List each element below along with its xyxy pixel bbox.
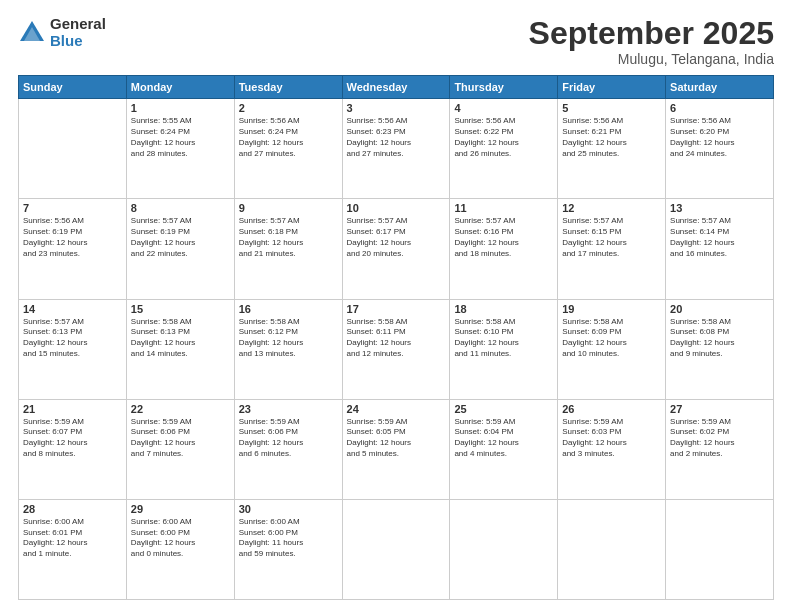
logo-text: General Blue: [50, 16, 106, 49]
day-info: Sunrise: 5:56 AM Sunset: 6:22 PM Dayligh…: [454, 116, 553, 159]
calendar-cell: 3Sunrise: 5:56 AM Sunset: 6:23 PM Daylig…: [342, 99, 450, 199]
calendar-cell: [558, 499, 666, 599]
calendar-cell: 23Sunrise: 5:59 AM Sunset: 6:06 PM Dayli…: [234, 399, 342, 499]
day-number: 14: [23, 303, 122, 315]
col-thursday: Thursday: [450, 76, 558, 99]
calendar-week-1: 7Sunrise: 5:56 AM Sunset: 6:19 PM Daylig…: [19, 199, 774, 299]
calendar-cell: 13Sunrise: 5:57 AM Sunset: 6:14 PM Dayli…: [666, 199, 774, 299]
col-sunday: Sunday: [19, 76, 127, 99]
col-friday: Friday: [558, 76, 666, 99]
header: General Blue September 2025 Mulugu, Tela…: [18, 16, 774, 67]
day-info: Sunrise: 5:56 AM Sunset: 6:24 PM Dayligh…: [239, 116, 338, 159]
calendar-cell: 28Sunrise: 6:00 AM Sunset: 6:01 PM Dayli…: [19, 499, 127, 599]
title-month: September 2025: [529, 16, 774, 51]
logo: General Blue: [18, 16, 106, 49]
calendar-cell: 27Sunrise: 5:59 AM Sunset: 6:02 PM Dayli…: [666, 399, 774, 499]
day-number: 22: [131, 403, 230, 415]
day-number: 15: [131, 303, 230, 315]
day-info: Sunrise: 5:55 AM Sunset: 6:24 PM Dayligh…: [131, 116, 230, 159]
day-number: 24: [347, 403, 446, 415]
calendar-week-0: 1Sunrise: 5:55 AM Sunset: 6:24 PM Daylig…: [19, 99, 774, 199]
day-info: Sunrise: 5:57 AM Sunset: 6:13 PM Dayligh…: [23, 317, 122, 360]
day-info: Sunrise: 5:59 AM Sunset: 6:04 PM Dayligh…: [454, 417, 553, 460]
day-info: Sunrise: 5:59 AM Sunset: 6:05 PM Dayligh…: [347, 417, 446, 460]
calendar-table: Sunday Monday Tuesday Wednesday Thursday…: [18, 75, 774, 600]
day-number: 23: [239, 403, 338, 415]
day-number: 3: [347, 102, 446, 114]
col-saturday: Saturday: [666, 76, 774, 99]
day-number: 6: [670, 102, 769, 114]
calendar-cell: 6Sunrise: 5:56 AM Sunset: 6:20 PM Daylig…: [666, 99, 774, 199]
header-row: Sunday Monday Tuesday Wednesday Thursday…: [19, 76, 774, 99]
calendar-cell: 17Sunrise: 5:58 AM Sunset: 6:11 PM Dayli…: [342, 299, 450, 399]
day-info: Sunrise: 5:59 AM Sunset: 6:06 PM Dayligh…: [239, 417, 338, 460]
title-block: September 2025 Mulugu, Telangana, India: [529, 16, 774, 67]
calendar-cell: 9Sunrise: 5:57 AM Sunset: 6:18 PM Daylig…: [234, 199, 342, 299]
day-number: 7: [23, 202, 122, 214]
calendar-cell: 2Sunrise: 5:56 AM Sunset: 6:24 PM Daylig…: [234, 99, 342, 199]
day-info: Sunrise: 5:58 AM Sunset: 6:09 PM Dayligh…: [562, 317, 661, 360]
page: General Blue September 2025 Mulugu, Tela…: [0, 0, 792, 612]
calendar-week-4: 28Sunrise: 6:00 AM Sunset: 6:01 PM Dayli…: [19, 499, 774, 599]
calendar-cell: 18Sunrise: 5:58 AM Sunset: 6:10 PM Dayli…: [450, 299, 558, 399]
day-number: 26: [562, 403, 661, 415]
day-number: 8: [131, 202, 230, 214]
day-info: Sunrise: 5:59 AM Sunset: 6:06 PM Dayligh…: [131, 417, 230, 460]
calendar-cell: 29Sunrise: 6:00 AM Sunset: 6:00 PM Dayli…: [126, 499, 234, 599]
day-number: 9: [239, 202, 338, 214]
day-number: 12: [562, 202, 661, 214]
calendar-cell: 25Sunrise: 5:59 AM Sunset: 6:04 PM Dayli…: [450, 399, 558, 499]
calendar-cell: 16Sunrise: 5:58 AM Sunset: 6:12 PM Dayli…: [234, 299, 342, 399]
day-number: 30: [239, 503, 338, 515]
calendar-cell: 24Sunrise: 5:59 AM Sunset: 6:05 PM Dayli…: [342, 399, 450, 499]
logo-general: General: [50, 16, 106, 33]
day-info: Sunrise: 5:57 AM Sunset: 6:18 PM Dayligh…: [239, 216, 338, 259]
day-info: Sunrise: 5:56 AM Sunset: 6:21 PM Dayligh…: [562, 116, 661, 159]
calendar-cell: 19Sunrise: 5:58 AM Sunset: 6:09 PM Dayli…: [558, 299, 666, 399]
day-number: 4: [454, 102, 553, 114]
day-info: Sunrise: 6:00 AM Sunset: 6:00 PM Dayligh…: [131, 517, 230, 560]
calendar-cell: 12Sunrise: 5:57 AM Sunset: 6:15 PM Dayli…: [558, 199, 666, 299]
day-number: 13: [670, 202, 769, 214]
calendar-week-3: 21Sunrise: 5:59 AM Sunset: 6:07 PM Dayli…: [19, 399, 774, 499]
day-number: 20: [670, 303, 769, 315]
day-info: Sunrise: 5:56 AM Sunset: 6:23 PM Dayligh…: [347, 116, 446, 159]
calendar-cell: 14Sunrise: 5:57 AM Sunset: 6:13 PM Dayli…: [19, 299, 127, 399]
calendar-cell: [450, 499, 558, 599]
calendar-cell: 20Sunrise: 5:58 AM Sunset: 6:08 PM Dayli…: [666, 299, 774, 399]
calendar-cell: 10Sunrise: 5:57 AM Sunset: 6:17 PM Dayli…: [342, 199, 450, 299]
calendar-week-2: 14Sunrise: 5:57 AM Sunset: 6:13 PM Dayli…: [19, 299, 774, 399]
col-tuesday: Tuesday: [234, 76, 342, 99]
col-monday: Monday: [126, 76, 234, 99]
day-info: Sunrise: 5:57 AM Sunset: 6:16 PM Dayligh…: [454, 216, 553, 259]
calendar-cell: 5Sunrise: 5:56 AM Sunset: 6:21 PM Daylig…: [558, 99, 666, 199]
day-number: 21: [23, 403, 122, 415]
day-number: 5: [562, 102, 661, 114]
day-number: 19: [562, 303, 661, 315]
calendar-cell: 1Sunrise: 5:55 AM Sunset: 6:24 PM Daylig…: [126, 99, 234, 199]
day-info: Sunrise: 5:58 AM Sunset: 6:11 PM Dayligh…: [347, 317, 446, 360]
day-info: Sunrise: 5:59 AM Sunset: 6:07 PM Dayligh…: [23, 417, 122, 460]
calendar-cell: 11Sunrise: 5:57 AM Sunset: 6:16 PM Dayli…: [450, 199, 558, 299]
calendar-cell: [342, 499, 450, 599]
calendar-cell: 22Sunrise: 5:59 AM Sunset: 6:06 PM Dayli…: [126, 399, 234, 499]
day-info: Sunrise: 5:57 AM Sunset: 6:14 PM Dayligh…: [670, 216, 769, 259]
calendar-cell: 8Sunrise: 5:57 AM Sunset: 6:19 PM Daylig…: [126, 199, 234, 299]
calendar-cell: 7Sunrise: 5:56 AM Sunset: 6:19 PM Daylig…: [19, 199, 127, 299]
col-wednesday: Wednesday: [342, 76, 450, 99]
day-info: Sunrise: 5:56 AM Sunset: 6:19 PM Dayligh…: [23, 216, 122, 259]
title-location: Mulugu, Telangana, India: [529, 51, 774, 67]
day-info: Sunrise: 5:58 AM Sunset: 6:08 PM Dayligh…: [670, 317, 769, 360]
calendar-cell: 26Sunrise: 5:59 AM Sunset: 6:03 PM Dayli…: [558, 399, 666, 499]
day-info: Sunrise: 6:00 AM Sunset: 6:01 PM Dayligh…: [23, 517, 122, 560]
day-info: Sunrise: 5:57 AM Sunset: 6:17 PM Dayligh…: [347, 216, 446, 259]
day-number: 1: [131, 102, 230, 114]
day-number: 27: [670, 403, 769, 415]
day-info: Sunrise: 5:57 AM Sunset: 6:19 PM Dayligh…: [131, 216, 230, 259]
logo-blue: Blue: [50, 33, 106, 50]
day-number: 17: [347, 303, 446, 315]
calendar-cell: [666, 499, 774, 599]
day-info: Sunrise: 5:56 AM Sunset: 6:20 PM Dayligh…: [670, 116, 769, 159]
day-number: 25: [454, 403, 553, 415]
day-info: Sunrise: 5:58 AM Sunset: 6:10 PM Dayligh…: [454, 317, 553, 360]
